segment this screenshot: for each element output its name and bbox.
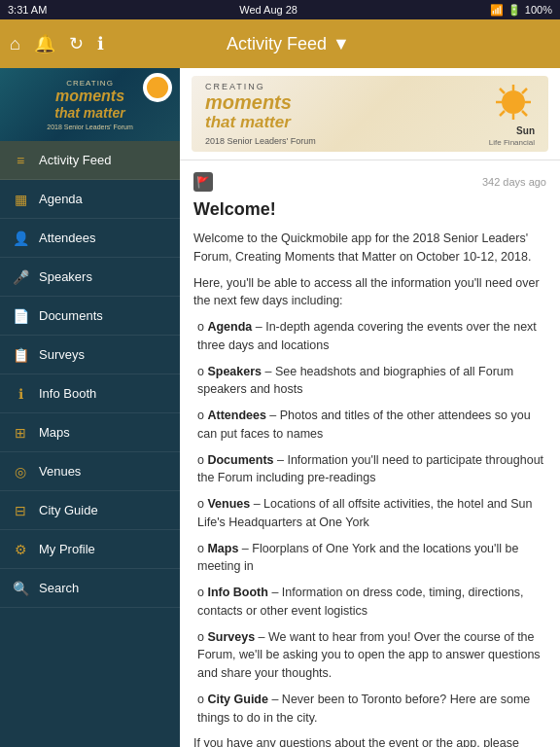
post-title: Welcome! [193,199,546,220]
sidebar-item-attendees[interactable]: 👤Attendees [0,219,180,258]
speakers-icon: 🎤 [12,269,29,285]
maps-icon: ⊞ [12,425,29,441]
sidebar-item-label-city-guide: City Guide [39,503,98,517]
sidebar-item-label-maps: Maps [39,425,70,440]
sidebar-item-label-search: Search [39,581,79,595]
sidebar-item-venues[interactable]: ◎Venues [0,452,180,491]
documents-icon: 📄 [12,308,29,324]
feature-item-7: o Surveys – We want to hear from you! Ov… [193,628,546,683]
sidebar-nav: ≡Activity Feed▦Agenda👤Attendees🎤Speakers… [0,141,180,747]
post-flag-icon: 🚩 [193,172,213,192]
feature-item-8: o City Guide – Never been to Toronto bef… [193,691,546,728]
sunlife-logo-icon [492,81,535,124]
sunlife-badge [143,73,172,102]
banner-inner: CREATING moments that matter 2018 Senior… [192,76,548,152]
attendees-icon: 👤 [12,231,29,246]
venues-icon: ◎ [12,464,29,480]
chevron-down-icon: ▼ [332,34,350,54]
feed-content: 🚩 342 days ago Welcome! Welcome to the Q… [180,160,560,747]
status-bar: 3:31 AM Wed Aug 28 📶 🔋 100% [0,0,560,19]
sidebar-header: CREATING moments that matter 2018 Senior… [0,68,180,141]
post-time: 342 days ago [482,176,546,188]
feature-label-4: Venues [207,497,250,511]
post-intro: Welcome to the Quickmobile app for the 2… [193,230,546,267]
feature-label-6: Info Booth [207,586,267,599]
logo-creating: CREATING [66,79,114,88]
feature-label-3: Documents [207,453,273,467]
sidebar-item-label-activity-feed: Activity Feed [39,153,111,167]
main-content: CREATING moments that matter 2018 Senior… [180,68,560,747]
sidebar-item-label-surveys: Surveys [39,347,85,362]
top-nav: ⌂ 🔔 ↻ ℹ Activity Feed ▼ [0,19,560,68]
post-meta: 🚩 342 days ago [193,172,546,192]
sidebar-item-surveys[interactable]: 📋Surveys [0,336,180,374]
svg-line-5 [500,89,505,93]
banner-that-matter: that matter [205,113,489,132]
logo-moments: moments [55,88,124,105]
feature-label-1: Speakers [207,365,262,378]
agenda-icon: ▦ [12,192,29,207]
city-guide-icon: ⊟ [12,503,29,518]
status-time: 3:31 AM [8,4,47,16]
sidebar-item-label-my-profile: My Profile [39,542,95,556]
battery-icon: 🔋 [508,4,521,17]
feature-label-5: Maps [207,542,238,555]
refresh-icon[interactable]: ↻ [69,33,84,54]
sidebar-item-agenda[interactable]: ▦Agenda [0,180,180,219]
sidebar-item-label-speakers: Speakers [39,269,92,284]
sidebar-item-search[interactable]: 🔍Search [0,569,180,608]
sunlife-name: Sun [516,125,535,136]
banner-creating: CREATING [205,82,489,91]
sidebar-item-label-attendees: Attendees [39,231,96,245]
svg-point-0 [502,90,525,114]
post-footer: If you have any questions about the even… [193,734,546,747]
feature-item-1: o Speakers – See headshots and biographi… [193,363,546,400]
svg-line-7 [522,89,527,93]
sidebar-item-label-documents: Documents [39,308,103,323]
sidebar-item-my-profile[interactable]: ⚙My Profile [0,530,180,569]
feature-item-0: o Agenda – In-depth agenda covering the … [193,318,546,355]
post-body-text: Here, you'll be able to access all the i… [193,274,546,311]
sidebar-item-label-agenda: Agenda [39,192,83,206]
sidebar-item-label-venues: Venues [39,464,81,479]
sidebar-item-activity-feed[interactable]: ≡Activity Feed [0,141,180,180]
app-container: ⌂ 🔔 ↻ ℹ Activity Feed ▼ CREATING moments… [0,19,560,747]
feature-item-3: o Documents – Information you'll need to… [193,451,546,488]
feature-item-4: o Venues – Locations of all offsite acti… [193,495,546,532]
sidebar-item-label-info-booth: Info Booth [39,386,96,401]
info-booth-icon: ℹ [12,386,29,402]
activity-feed-icon: ≡ [12,153,29,168]
surveys-icon: 📋 [12,347,29,363]
info-icon[interactable]: ℹ [97,33,104,54]
sidebar-item-documents[interactable]: 📄Documents [0,297,180,336]
feature-label-8: City Guide [207,693,268,706]
logo-forum: 2018 Senior Leaders' Forum [47,124,133,130]
feature-label-0: Agenda [207,320,252,334]
feature-item-2: o Attendees – Photos and titles of the o… [193,407,546,444]
svg-line-6 [522,111,527,116]
search-icon: 🔍 [12,581,29,596]
page-title[interactable]: Activity Feed ▼ [227,34,350,54]
sidebar-item-city-guide[interactable]: ⊟City Guide [0,491,180,530]
banner-forum: 2018 Senior Leaders' Forum [205,136,489,146]
sidebar-item-info-booth[interactable]: ℹInfo Booth [0,374,180,413]
content-area: CREATING moments that matter 2018 Senior… [0,68,560,747]
home-icon[interactable]: ⌂ [10,34,20,54]
sunlife-sub: Life Financial [489,138,535,147]
sidebar-item-maps[interactable]: ⊞Maps [0,413,180,452]
logo-matter: that matter [54,105,124,121]
features-list: o Agenda – In-depth agenda covering the … [193,318,546,727]
banner-text: CREATING moments that matter 2018 Senior… [205,82,489,146]
svg-line-8 [500,111,505,116]
feature-label-2: Attendees [207,409,265,422]
sidebar-item-speakers[interactable]: 🎤Speakers [0,258,180,297]
bell-icon[interactable]: 🔔 [34,33,55,54]
wifi-icon: 📶 [490,4,504,17]
top-nav-icons: ⌂ 🔔 ↻ ℹ [10,33,104,54]
banner-sunlife: Sun Life Financial [489,81,535,147]
sidebar-logo: CREATING moments that matter 2018 Senior… [0,68,180,141]
sunlife-circle [147,77,168,98]
feature-item-6: o Info Booth – Information on dress code… [193,584,546,621]
sidebar: CREATING moments that matter 2018 Senior… [0,68,180,747]
status-day: Wed Aug 28 [239,4,298,16]
